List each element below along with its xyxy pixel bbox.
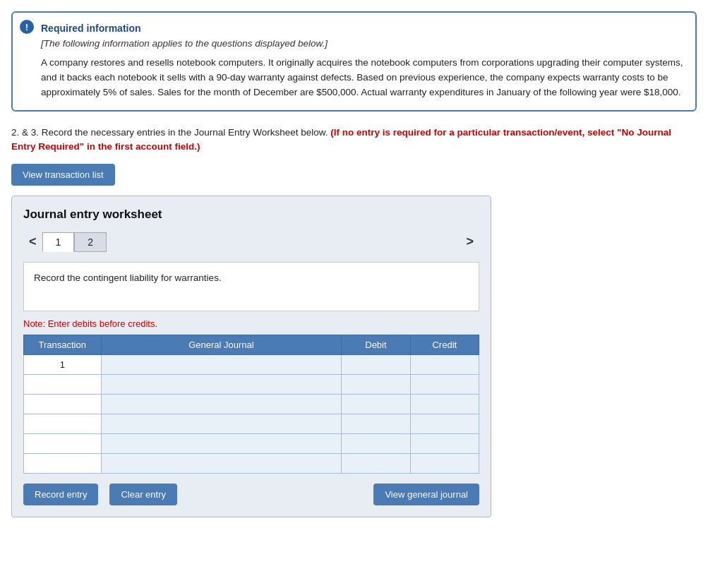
view-general-journal-button[interactable]: View general journal [373,484,479,505]
next-tab-button[interactable]: > [460,232,479,252]
transaction-cell-2 [24,375,102,395]
worksheet-instruction-box: Record the contingent liability for warr… [23,262,479,311]
table-row [24,414,479,434]
credit-cell-1[interactable] [410,355,479,375]
credit-input-4[interactable] [411,414,479,433]
transaction-cell-6 [24,454,102,474]
table-row [24,395,479,414]
journal-cell-4[interactable] [101,414,342,434]
tab-1[interactable]: 1 [42,232,75,252]
debit-input-6[interactable] [342,454,409,473]
transaction-cell-5 [24,434,102,454]
credit-input-6[interactable] [411,454,479,473]
col-transaction: Transaction [24,335,102,355]
tab-2[interactable]: 2 [74,232,107,252]
transaction-cell-4 [24,414,102,434]
journal-input-3[interactable] [102,395,342,414]
worksheet-title: Journal entry worksheet [23,208,479,222]
credit-cell-2[interactable] [410,375,479,395]
tabs-row: < 1 2 > [23,232,479,252]
worksheet-container: Journal entry worksheet < 1 2 > Record t… [11,196,491,517]
credit-cell-5[interactable] [410,434,479,454]
credit-cell-3[interactable] [410,395,479,414]
instruction-text: 2. & 3. Record the necessary entries in … [11,126,697,155]
col-debit: Debit [342,335,410,355]
credit-input-3[interactable] [411,395,479,414]
worksheet-instruction-text: Record the contingent liability for warr… [34,272,222,283]
info-body-text: A company restores and resells notebook … [41,56,684,100]
credit-cell-6[interactable] [410,454,479,474]
info-box: ! Required information [The following in… [11,11,697,112]
subtitle-text: [The following information applies to th… [41,38,684,49]
record-entry-button[interactable]: Record entry [23,484,98,505]
col-credit: Credit [410,335,479,355]
debit-cell-6[interactable] [342,454,410,474]
debit-input-5[interactable] [342,434,409,453]
journal-cell-6[interactable] [101,454,342,474]
required-info-title: Required information [41,23,684,34]
table-row [24,375,479,395]
instruction-prefix: 2. & 3. Record the necessary entries in … [11,127,330,138]
journal-cell-1[interactable] [101,355,342,375]
debit-cell-3[interactable] [342,395,410,414]
credit-input-5[interactable] [411,434,479,453]
journal-cell-2[interactable] [101,375,342,395]
journal-input-5[interactable] [102,434,342,453]
transaction-cell-1: 1 [24,355,102,375]
table-row [24,434,479,454]
journal-input-4[interactable] [102,414,342,433]
clear-entry-button[interactable]: Clear entry [109,484,177,505]
transaction-cell-3 [24,395,102,414]
debit-cell-1[interactable] [342,355,410,375]
credit-input-2[interactable] [411,375,479,394]
journal-table: Transaction General Journal Debit Credit… [23,335,479,474]
debit-cell-5[interactable] [342,434,410,454]
table-row [24,454,479,474]
debit-input-2[interactable] [342,375,409,394]
debit-cell-4[interactable] [342,414,410,434]
credit-input-1[interactable] [411,355,479,374]
journal-input-2[interactable] [102,375,342,394]
bottom-buttons: Record entry Clear entry View general jo… [23,484,479,505]
journal-input-1[interactable] [102,355,342,374]
col-general-journal: General Journal [101,335,342,355]
debit-input-4[interactable] [342,414,409,433]
note-text: Note: Enter debits before credits. [23,318,479,329]
prev-tab-button[interactable]: < [23,232,42,252]
debit-cell-2[interactable] [342,375,410,395]
debit-input-1[interactable] [342,355,409,374]
credit-cell-4[interactable] [410,414,479,434]
view-transaction-button[interactable]: View transaction list [11,164,115,186]
table-row: 1 [24,355,479,375]
debit-input-3[interactable] [342,395,409,414]
journal-cell-5[interactable] [101,434,342,454]
journal-cell-3[interactable] [101,395,342,414]
exclamation-icon: ! [20,20,34,34]
journal-input-6[interactable] [102,454,342,473]
